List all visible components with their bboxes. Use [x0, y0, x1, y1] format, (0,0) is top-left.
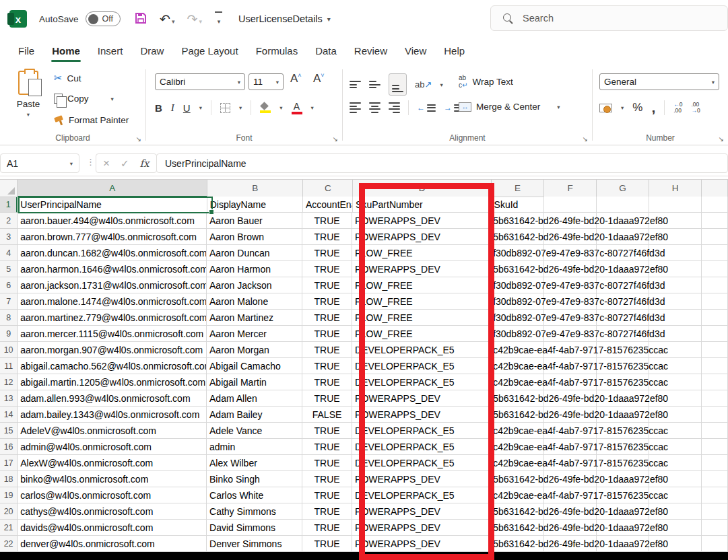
row-header-3[interactable]: 3 — [0, 229, 18, 245]
row-header-13[interactable]: 13 — [0, 390, 18, 407]
cell-b19[interactable]: Carlos White — [207, 487, 302, 503]
cell-a12[interactable]: abigail.martin.1205@w4l0s.onmicrosoft.co… — [18, 374, 207, 390]
borders-dropdown-icon[interactable]: ▾ — [239, 104, 242, 111]
cell-e22[interactable]: 5b631642-bd26-49fe-bd20-1daaa972ef80 — [490, 536, 544, 552]
cell-partial-5[interactable] — [702, 261, 728, 277]
excel-app-icon[interactable]: x — [9, 10, 27, 28]
cell-e9[interactable]: f30db892-07e9-47e9-837c-80727f46fd3d — [490, 326, 544, 342]
cell-c15[interactable]: TRUE — [302, 423, 352, 439]
name-box[interactable]: A1 ▾ — [0, 153, 79, 173]
cell-e4[interactable]: f30db892-07e9-47e9-837c-80727f46fd3d — [490, 245, 544, 261]
cell-b12[interactable]: Abigail Martin — [207, 374, 302, 390]
cell-c22[interactable]: TRUE — [302, 536, 352, 552]
cell-partial-2[interactable] — [702, 213, 728, 229]
cell-f1[interactable] — [544, 197, 597, 213]
align-left-icon[interactable] — [350, 102, 361, 113]
decrease-font-size-button[interactable]: A˅ — [313, 72, 325, 85]
orientation-icon[interactable]: ab↗ — [415, 79, 432, 90]
undo-button[interactable]: ↶▾ — [160, 13, 174, 26]
cell-d3[interactable]: POWERAPPS_DEV — [352, 229, 490, 245]
row-header-15[interactable]: 15 — [0, 423, 18, 439]
row-header-7[interactable]: 7 — [0, 293, 18, 310]
row-header-17[interactable]: 17 — [0, 455, 18, 471]
cell-e14[interactable]: 5b631642-bd26-49fe-bd20-1daaa972ef80 — [490, 407, 544, 423]
column-header-f[interactable]: F — [544, 180, 597, 197]
underline-dropdown-icon[interactable]: ▾ — [199, 104, 202, 111]
cell-a11[interactable]: abigail.camacho.562@w4l0s.onmicrosoft.co… — [18, 358, 207, 374]
fill-color-dropdown-icon[interactable]: ▾ — [279, 104, 282, 111]
cell-a20[interactable]: cathys@w4l0s.onmicrosoft.com — [18, 503, 207, 520]
cell-d18[interactable]: POWERAPPS_DEV — [352, 471, 490, 487]
cell-b2[interactable]: Aaron Bauer — [207, 213, 302, 229]
row-header-18[interactable]: 18 — [0, 471, 18, 487]
cell-partial-21[interactable] — [702, 520, 728, 536]
column-header-a[interactable]: A — [18, 180, 207, 197]
search-input[interactable]: Search — [490, 5, 728, 31]
cell-c4[interactable]: TRUE — [302, 245, 352, 261]
cell-d7[interactable]: FLOW_FREE — [352, 293, 490, 310]
cell-d5[interactable]: POWERAPPS_DEV — [352, 261, 490, 277]
select-all-corner[interactable] — [0, 180, 18, 197]
row-header-10[interactable]: 10 — [0, 342, 18, 358]
decrease-indent-icon[interactable]: ← — [417, 103, 436, 112]
cell-e21[interactable]: 5b631642-bd26-49fe-bd20-1daaa972ef80 — [490, 520, 544, 536]
cell-g1[interactable] — [597, 197, 649, 213]
align-center-icon[interactable] — [369, 102, 380, 113]
cell-a17[interactable]: AlexW@w4l0s.onmicrosoft.com — [18, 455, 207, 471]
cell-a2[interactable]: aaron.bauer.494@w4l0s.onmicrosoft.com — [18, 213, 207, 229]
cell-e12[interactable]: c42b9cae-ea4f-4ab7-9717-81576235ccac — [490, 374, 544, 390]
cell-e19[interactable]: c42b9cae-ea4f-4ab7-9717-81576235ccac — [490, 487, 544, 503]
cell-d6[interactable]: FLOW_FREE — [352, 277, 490, 293]
row-header-21[interactable]: 21 — [0, 520, 18, 536]
increase-font-size-button[interactable]: A˄ — [290, 72, 302, 85]
row-header-20[interactable]: 20 — [0, 503, 18, 520]
cell-c20[interactable]: TRUE — [302, 503, 352, 520]
cell-c5[interactable]: TRUE — [302, 261, 352, 277]
cell-c12[interactable]: TRUE — [302, 374, 352, 390]
accounting-format-icon[interactable] — [599, 104, 612, 112]
formula-input[interactable]: UserPrincipalName — [156, 153, 728, 173]
cancel-icon[interactable]: × — [103, 157, 110, 170]
cell-b11[interactable]: Abigail Camacho — [207, 358, 302, 374]
cell-b16[interactable]: admin — [207, 439, 302, 455]
tab-page-layout[interactable]: Page Layout — [172, 40, 246, 63]
cell-c18[interactable]: TRUE — [302, 471, 352, 487]
cell-e1[interactable]: SkuId — [492, 197, 544, 213]
cell-a3[interactable]: aaron.brown.777@w4l0s.onmicrosoft.com — [18, 229, 207, 245]
cell-d20[interactable]: POWERAPPS_DEV — [352, 503, 490, 520]
orientation-dropdown-icon[interactable]: ▾ — [440, 81, 442, 88]
font-dialog-launcher-icon[interactable]: ↘ — [333, 135, 338, 143]
cell-e16[interactable]: c42b9cae-ea4f-4ab7-9717-81576235ccac — [490, 439, 544, 455]
column-header-d[interactable]: D — [353, 180, 492, 197]
cell-e5[interactable]: 5b631642-bd26-49fe-bd20-1daaa972ef80 — [490, 261, 544, 277]
tab-view[interactable]: View — [396, 40, 435, 63]
row-header-4[interactable]: 4 — [0, 245, 18, 261]
cell-e3[interactable]: 5b631642-bd26-49fe-bd20-1daaa972ef80 — [490, 229, 544, 245]
cell-b9[interactable]: Aaron Mercer — [207, 326, 302, 342]
underline-button[interactable]: U — [183, 102, 191, 114]
row-header-16[interactable]: 16 — [0, 439, 18, 455]
cell-d13[interactable]: POWERAPPS_DEV — [352, 390, 490, 407]
merge-center-dropdown-icon[interactable]: ▾ — [557, 104, 560, 110]
cell-c21[interactable]: TRUE — [302, 520, 352, 536]
cell-c8[interactable]: TRUE — [302, 310, 352, 326]
cell-d12[interactable]: DEVELOPERPACK_E5 — [352, 374, 490, 390]
row-header-8[interactable]: 8 — [0, 310, 18, 326]
cell-e6[interactable]: f30db892-07e9-47e9-837c-80727f46fd3d — [490, 277, 544, 293]
cell-d15[interactable]: DEVELOPERPACK_E5 — [352, 423, 490, 439]
comma-style-icon[interactable]: , — [651, 104, 655, 112]
cell-a9[interactable]: aaron.mercer.1115@w4l0s.onmicrosoft.com — [18, 326, 207, 342]
row-header-22[interactable]: 22 — [0, 536, 18, 552]
row-header-5[interactable]: 5 — [0, 261, 18, 277]
cell-partial-13[interactable] — [702, 390, 728, 407]
cell-b15[interactable]: Adele Vance — [207, 423, 302, 439]
cut-button[interactable]: ✂ Cut — [54, 72, 81, 84]
cell-partial-1[interactable] — [702, 197, 728, 213]
alignment-dialog-launcher-icon[interactable]: ↘ — [583, 135, 588, 143]
cell-partial-12[interactable] — [702, 374, 728, 390]
italic-button[interactable]: I — [171, 102, 174, 114]
cell-c1[interactable]: AccountEnabled — [303, 197, 353, 213]
row-header-14[interactable]: 14 — [0, 407, 18, 423]
tab-insert[interactable]: Insert — [89, 40, 132, 63]
tab-file[interactable]: File — [9, 40, 43, 63]
